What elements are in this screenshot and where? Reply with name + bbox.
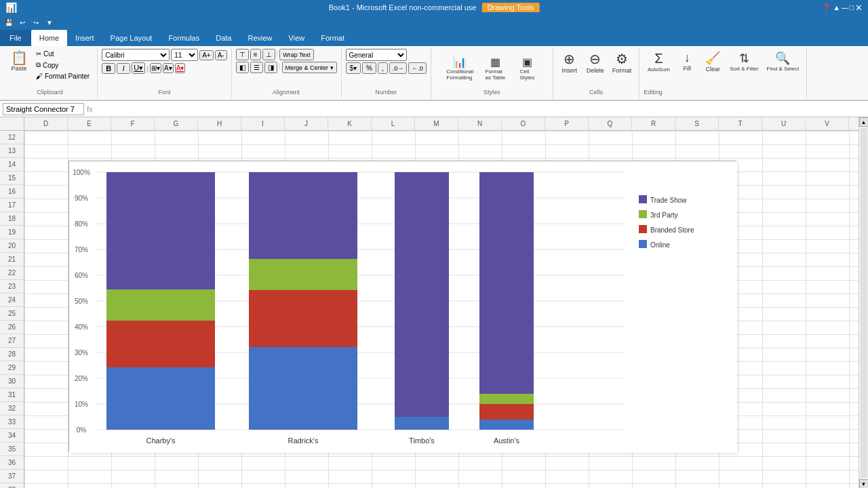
col-header-P[interactable]: P <box>545 117 589 130</box>
row-header-18[interactable]: 18 <box>0 212 24 226</box>
scroll-up-button[interactable]: ▲ <box>859 117 869 127</box>
tab-formulas[interactable]: Formulas <box>160 30 208 46</box>
row-header-38[interactable]: 38 <box>0 483 24 488</box>
col-header-O[interactable]: O <box>502 117 545 130</box>
autosum-button[interactable]: Σ AutoSum <box>644 49 673 75</box>
tab-view[interactable]: View <box>281 30 313 46</box>
font-color-button[interactable]: A▾ <box>175 63 186 73</box>
font-family-select[interactable]: Calibri <box>102 49 170 61</box>
col-header-E[interactable]: E <box>68 117 111 130</box>
cell-styles-button[interactable]: ▣ CellStyles <box>513 54 540 83</box>
decrease-decimal-button[interactable]: ←.0 <box>408 62 427 74</box>
col-header-I[interactable]: I <box>241 117 285 130</box>
minimize-button[interactable]: ─ <box>842 3 848 13</box>
col-header-L[interactable]: L <box>372 117 415 130</box>
chart-container[interactable]: 100% 90% 80% 70% 60% 50% 40% 30% 20% 10%… <box>68 161 736 452</box>
font-size-decrease-button[interactable]: A- <box>215 50 227 60</box>
tab-data[interactable]: Data <box>208 30 239 46</box>
col-header-N[interactable]: N <box>458 117 502 130</box>
col-header-R[interactable]: R <box>632 117 675 130</box>
row-header-19[interactable]: 19 <box>0 226 24 239</box>
tab-page-layout[interactable]: Page Layout <box>102 30 161 46</box>
redo-qa-button[interactable]: ↪ <box>30 16 42 28</box>
tab-file[interactable]: File <box>0 30 31 46</box>
tab-insert[interactable]: Insert <box>67 30 102 46</box>
find-select-button[interactable]: 🔍 Find & Select <box>764 49 803 74</box>
row-header-24[interactable]: 24 <box>0 293 24 307</box>
col-header-M[interactable]: M <box>415 117 458 130</box>
row-header-25[interactable]: 25 <box>0 307 24 321</box>
font-size-increase-button[interactable]: A+ <box>199 50 214 60</box>
close-button[interactable]: ✕ <box>855 3 863 13</box>
sort-filter-button[interactable]: ⇅ Sort & Filter <box>726 49 762 74</box>
col-header-G[interactable]: G <box>155 117 198 130</box>
col-header-F[interactable]: F <box>111 117 155 130</box>
tab-home[interactable]: Home <box>31 30 67 46</box>
row-header-22[interactable]: 22 <box>0 266 24 280</box>
align-center-button[interactable]: ☰ <box>250 62 263 73</box>
col-header-J[interactable]: J <box>285 117 328 130</box>
align-top-button[interactable]: ⊤ <box>236 49 249 60</box>
borders-button[interactable]: ⊞▾ <box>150 63 161 73</box>
align-left-button[interactable]: ◧ <box>236 62 249 73</box>
vertical-scrollbar[interactable]: ▲ ▼ <box>859 117 868 488</box>
row-header-30[interactable]: 30 <box>0 375 24 388</box>
align-right-button[interactable]: ◨ <box>264 62 277 73</box>
italic-button[interactable]: I <box>117 63 130 74</box>
insert-cells-button[interactable]: ⊕ Insert <box>557 49 582 76</box>
row-header-29[interactable]: 29 <box>0 361 24 375</box>
row-header-21[interactable]: 21 <box>0 253 24 266</box>
currency-button[interactable]: $▾ <box>346 62 361 74</box>
col-header-V[interactable]: V <box>806 117 849 130</box>
undo-qa-button[interactable]: ↩ <box>16 16 28 28</box>
row-header-27[interactable]: 27 <box>0 334 24 348</box>
row-header-26[interactable]: 26 <box>0 321 24 334</box>
increase-decimal-button[interactable]: .0→ <box>389 62 408 74</box>
ribbon-collapse-button[interactable]: ▲ <box>833 3 840 13</box>
row-header-13[interactable]: 13 <box>0 144 24 158</box>
row-header-33[interactable]: 33 <box>0 415 24 429</box>
align-bottom-button[interactable]: ⊥ <box>262 49 275 60</box>
wrap-text-button[interactable]: Wrap Text <box>279 49 313 60</box>
row-header-35[interactable]: 35 <box>0 443 24 456</box>
row-header-34[interactable]: 34 <box>0 429 24 443</box>
help-button[interactable]: ❓ <box>822 3 831 13</box>
tab-review[interactable]: Review <box>239 30 280 46</box>
paste-button[interactable]: 📋 Paste <box>7 49 31 74</box>
row-header-12[interactable]: 12 <box>0 131 24 144</box>
number-format-select[interactable]: General <box>346 49 407 61</box>
format-painter-button[interactable]: 🖌 Format Painter <box>33 71 93 81</box>
percent-button[interactable]: % <box>362 62 376 74</box>
col-header-T[interactable]: T <box>719 117 762 130</box>
delete-cells-button[interactable]: ⊖ Delete <box>583 49 608 76</box>
row-header-14[interactable]: 14 <box>0 158 24 171</box>
row-header-17[interactable]: 17 <box>0 199 24 212</box>
merge-center-button[interactable]: Merge & Center ▾ <box>282 62 337 73</box>
maximize-button[interactable]: □ <box>849 3 854 13</box>
row-header-36[interactable]: 36 <box>0 456 24 470</box>
align-middle-button[interactable]: ≡ <box>250 49 261 60</box>
col-header-K[interactable]: K <box>328 117 372 130</box>
row-header-31[interactable]: 31 <box>0 388 24 402</box>
fill-button[interactable]: ↓ Fill <box>675 49 699 74</box>
name-box[interactable] <box>3 103 84 115</box>
row-header-32[interactable]: 32 <box>0 402 24 415</box>
row-header-15[interactable]: 15 <box>0 171 24 185</box>
format-cells-button[interactable]: ⚙ Format <box>609 49 635 76</box>
col-header-H[interactable]: H <box>198 117 241 130</box>
font-size-select[interactable]: 11 <box>171 49 198 61</box>
comma-button[interactable]: , <box>378 62 388 74</box>
format-as-table-button[interactable]: ▦ Formatas Table <box>478 54 512 83</box>
clear-button[interactable]: 🧹 Clear <box>701 49 725 75</box>
copy-button[interactable]: ⧉ Copy <box>33 60 93 70</box>
row-header-28[interactable]: 28 <box>0 348 24 361</box>
cut-button[interactable]: ✂ Cut <box>33 49 93 59</box>
row-header-16[interactable]: 16 <box>0 185 24 199</box>
underline-button[interactable]: U▾ <box>132 62 145 74</box>
col-header-Q[interactable]: Q <box>589 117 632 130</box>
fill-color-button[interactable]: A▾ <box>163 63 174 73</box>
row-header-23[interactable]: 23 <box>0 280 24 293</box>
conditional-formatting-button[interactable]: 📊 ConditionalFormatting <box>443 54 477 83</box>
qa-dropdown-button[interactable]: ▼ <box>43 16 56 28</box>
col-header-D[interactable]: D <box>24 117 68 130</box>
